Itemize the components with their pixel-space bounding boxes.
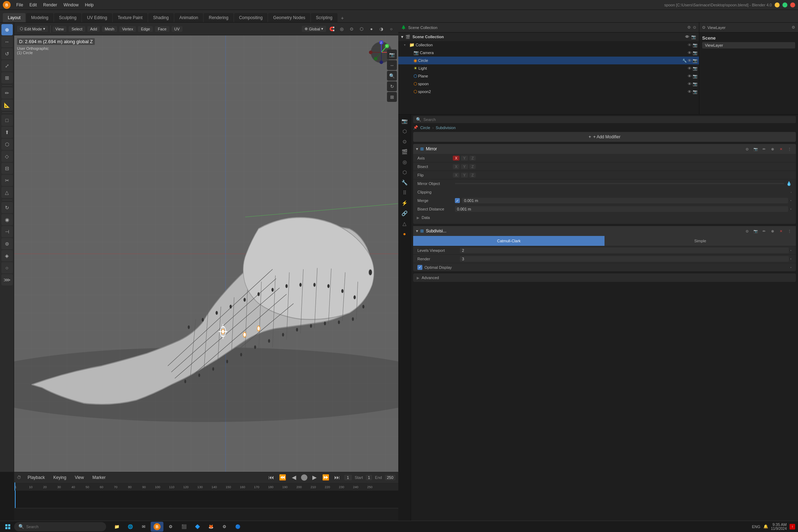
subdiv-edit[interactable]: ✏ (761, 227, 768, 235)
circle-render[interactable]: 📷 (693, 58, 698, 63)
jump-start-btn[interactable]: ⏮ (267, 473, 276, 482)
add-menu[interactable]: Add (87, 26, 100, 32)
xray-btn[interactable]: ⬡ (357, 25, 366, 33)
snap-magnet[interactable]: 🧲 (328, 25, 336, 33)
spoon-render[interactable]: 📷 (693, 82, 698, 86)
tab-modeling[interactable]: Modeling (26, 13, 53, 22)
axis-x-btn[interactable]: X (453, 156, 459, 161)
eyedropper-icon[interactable]: 💧 (786, 181, 792, 186)
view-mode-solid[interactable]: ● (367, 25, 376, 33)
tool-shear[interactable]: ◈ (1, 250, 13, 261)
light-vis[interactable]: 👁 (688, 66, 692, 70)
scene-field[interactable]: ViewLayer (702, 42, 795, 48)
spoon2-vis[interactable]: 👁 (688, 89, 692, 94)
data-section-header[interactable]: ▶ Data (413, 213, 796, 222)
light-render[interactable]: 📷 (693, 66, 698, 71)
window-maximize[interactable] (782, 2, 787, 7)
play-btn[interactable] (301, 474, 307, 481)
plane-render[interactable]: 📷 (693, 74, 698, 79)
next-keyframe-btn[interactable]: ⏩ (322, 473, 330, 482)
outliner-sync[interactable]: ⊙ (693, 25, 696, 30)
breadcrumb-circle[interactable]: Circle (420, 126, 430, 130)
global-transform[interactable]: ⊕Global▾ (302, 26, 326, 32)
bisect-z-btn[interactable]: Z (469, 164, 476, 169)
tray-notification-badge[interactable]: ! (790, 524, 795, 530)
taskbar-app7[interactable]: 🔷 (191, 522, 204, 532)
mirror-camera-icon[interactable]: ⊕ (769, 145, 776, 152)
subdiv-render[interactable]: 📷 (752, 227, 759, 235)
tool-cursor[interactable]: ⊕ (1, 24, 13, 35)
outliner-camera[interactable]: 📷 Camera 👁 📷 (398, 49, 699, 57)
tool-to-sphere[interactable]: ○ (1, 262, 13, 273)
menu-window[interactable]: Window (60, 2, 81, 8)
tool-scale[interactable]: ⤢ (1, 60, 13, 71)
axis-y-btn[interactable]: Y (461, 156, 468, 161)
catmull-clark-btn[interactable]: Catmull-Clark (413, 236, 605, 246)
prop-modifier-icon[interactable]: 🔧 (400, 178, 410, 187)
tab-uv-editing[interactable]: UV Editing (82, 13, 112, 22)
overlay-btn[interactable]: ⊙ (347, 25, 356, 33)
prop-scene-icon[interactable]: 🎬 (400, 147, 410, 157)
prop-world-icon[interactable]: ◎ (400, 157, 410, 167)
tool-rip[interactable]: ⋙ (1, 274, 13, 285)
tab-compositing[interactable]: Compositing (234, 13, 268, 22)
tool-transform[interactable]: ⊞ (1, 72, 13, 83)
windows-start-button[interactable] (3, 522, 13, 532)
view-mode-rendered[interactable]: ○ (387, 25, 395, 33)
tab-geometry-nodes[interactable]: Geometry Nodes (268, 13, 310, 22)
menu-edit[interactable]: Edit (27, 2, 40, 8)
outliner-plane[interactable]: ⬡ Plane 👁 📷 (398, 72, 699, 80)
simple-btn[interactable]: Simple (605, 236, 796, 246)
flip-z-btn[interactable]: Z (469, 173, 476, 178)
taskbar-mail[interactable]: ✉ (137, 522, 150, 532)
taskbar-terminal[interactable]: ⬛ (178, 522, 190, 532)
levels-value[interactable]: 2 (460, 248, 789, 253)
prev-keyframe-btn[interactable]: ⏪ (278, 473, 287, 482)
outliner-collection[interactable]: ▾ 📁 Collection 👁 📷 (398, 41, 699, 49)
tool-annotate[interactable]: ✏ (1, 87, 13, 99)
vertex-menu[interactable]: Vertex (119, 26, 136, 32)
tab-rendering[interactable]: Rendering (204, 13, 233, 22)
taskbar-app8[interactable]: 🦊 (204, 522, 217, 532)
next-frame-btn[interactable]: ▶ (310, 473, 319, 482)
cam-vis[interactable]: 👁 (688, 51, 692, 55)
viewport-zoom-btn[interactable]: 🔍 (387, 71, 397, 81)
prop-material-icon[interactable]: ● (400, 229, 410, 239)
bisect-dist-value[interactable]: 0.001 m (455, 206, 788, 212)
taskbar-app9[interactable]: ⚙ (218, 522, 231, 532)
select-menu[interactable]: Select (69, 26, 85, 32)
merge-value[interactable]: 0.001 m (462, 198, 788, 203)
mirror-realtime-icon[interactable]: ⊙ (744, 145, 751, 152)
subdiv-modifier-header[interactable]: ▾ ⊞ Subdivisi... ⊙ 📷 ✏ ⊕ ✕ ⋮ (413, 226, 796, 236)
mirror-edit-icon[interactable]: ✏ (761, 145, 768, 152)
viewlayer-settings[interactable]: ⚙ (792, 25, 795, 30)
mode-select[interactable]: ⬡ Edit Mode ▾ (17, 26, 48, 32)
tool-bevel[interactable]: ◇ (1, 151, 13, 162)
prop-physics-icon[interactable]: ⚡ (400, 198, 410, 208)
props-search-input[interactable] (423, 117, 793, 122)
col-vis[interactable]: 👁 (688, 43, 692, 47)
subdiv-camera[interactable]: ⊕ (769, 227, 776, 235)
tool-knife[interactable]: ✂ (1, 175, 13, 186)
jump-end-btn[interactable]: ⏭ (333, 473, 341, 482)
tool-smooth[interactable]: ◉ (1, 214, 13, 225)
flip-x-btn[interactable]: X (453, 173, 459, 178)
viewport-move-btn[interactable]: ↔ (387, 60, 397, 70)
mirror-more-icon[interactable]: ⋮ (786, 145, 793, 152)
taskbar-app10[interactable]: 🔵 (231, 522, 244, 532)
outliner-spoon2[interactable]: ⬡ spoon2 👁 📷 (398, 88, 699, 96)
outliner-circle[interactable]: ◉ Circle 🔧 👁 📷 (398, 57, 699, 64)
outliner-filter[interactable]: ⚙ (687, 25, 691, 30)
tool-rotate[interactable]: ↺ (1, 48, 13, 59)
window-close[interactable] (790, 2, 795, 7)
optimal-display-checkbox[interactable]: ✓ (417, 265, 422, 270)
prev-frame-btn[interactable]: ◀ (290, 473, 298, 482)
merge-checkbox[interactable]: ✓ (455, 198, 460, 203)
tool-add-cube[interactable]: □ (1, 115, 13, 126)
start-frame[interactable]: 1 (366, 475, 372, 480)
menu-render[interactable]: Render (40, 2, 60, 8)
subdiv-delete[interactable]: ✕ (777, 227, 785, 235)
prop-particles-icon[interactable]: ⠿ (400, 188, 410, 198)
flip-y-btn[interactable]: Y (461, 173, 468, 178)
subdiv-realtime[interactable]: ⊙ (744, 227, 751, 235)
